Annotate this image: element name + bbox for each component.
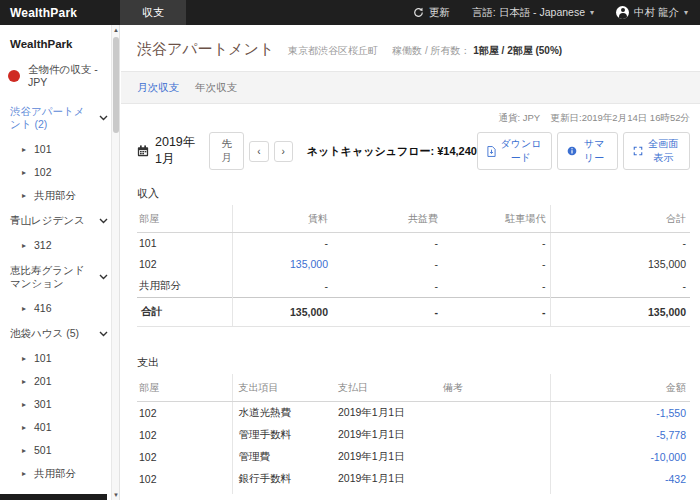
table-row: 102管理手数料2019年1月1日-5,778 — [137, 424, 690, 446]
sidebar-item-label: 201 — [34, 375, 52, 388]
expense-cell: 2019年1月1日 — [336, 490, 441, 495]
expense-cell — [441, 446, 550, 468]
table-row: 102水道光熱費2019年1月1日-1,550 — [137, 401, 690, 424]
column-header: 合計 — [550, 205, 690, 233]
table-row: 102修繕積立金2019年1月1日-3,000 — [137, 490, 690, 495]
next-arrow-button[interactable]: › — [274, 141, 293, 162]
main-panel: 渋谷アパートメント 東京都渋谷区桜丘町 稼働数 / 所有数： 1部屋 / 2部屋… — [121, 25, 700, 500]
income-cell: - — [332, 233, 442, 254]
expense-cell[interactable]: -3,000 — [550, 490, 690, 495]
property-address: 東京都渋谷区桜丘町 — [288, 44, 378, 58]
japan-flag-icon — [8, 70, 20, 82]
sidebar-portfolio-summary[interactable]: 全物件の収支 - USD — [0, 485, 112, 494]
income-cell[interactable]: 135,000 — [232, 254, 332, 275]
sidebar-room-item[interactable]: ▸301 — [0, 393, 112, 416]
tab-strip: 月次収支年次収支 — [121, 71, 700, 104]
sidebar-item-label: 池袋ハウス (5) — [10, 327, 79, 340]
table-row: 102管理費2019年1月1日-10,000 — [137, 446, 690, 468]
expense-cell: 2019年1月1日 — [336, 424, 441, 446]
column-header: 支出項目 — [232, 374, 336, 402]
currency-label: 通貨: JPY — [498, 112, 540, 123]
meta-line: 通貨: JPY 更新日:2019年2月14日 16時52分 — [137, 112, 690, 125]
language-selector[interactable]: 言語: 日本語 - Japanese ▾ — [472, 6, 594, 20]
sidebar-item-list: 全物件の収支 - JPY渋谷アパートメント (2)▸101▸102▸共用部分青山… — [0, 54, 112, 494]
sidebar-item-label: 青山レジデンス — [10, 214, 85, 227]
chevron-down-icon — [99, 274, 108, 280]
prev-month-button[interactable]: 先月 — [209, 132, 244, 170]
sidebar-room-item[interactable]: ▸共用部分 — [0, 462, 112, 485]
chevron-down-icon: ▾ — [590, 8, 594, 17]
triangle-right-icon: ▸ — [22, 467, 26, 480]
expense-cell: 修繕積立金 — [232, 490, 336, 495]
expense-cell[interactable]: -5,778 — [550, 424, 690, 446]
scroll-up-icon[interactable]: ▲ — [112, 25, 120, 35]
sidebar-room-item[interactable]: ▸201 — [0, 370, 112, 393]
user-menu[interactable]: 中村 龍介 ▾ — [616, 6, 688, 20]
sidebar-item-label: 416 — [34, 302, 52, 315]
sidebar-property-item[interactable]: 恵比寿グランドマンション — [0, 257, 112, 297]
triangle-right-icon: ▸ — [22, 444, 26, 457]
income-cell: - — [442, 275, 550, 298]
expense-cell: 水道光熱費 — [232, 401, 336, 424]
sidebar-item-label: 501 — [34, 444, 52, 457]
nav-tab-balance[interactable]: 収支 — [120, 0, 186, 25]
sidebar-property-item[interactable]: 池袋ハウス (5) — [0, 320, 112, 347]
sidebar-room-item[interactable]: ▸416 — [0, 297, 112, 320]
sidebar-item-label: 102 — [34, 166, 52, 179]
sidebar-logo: WealthPark — [0, 25, 112, 54]
tab-yearly[interactable]: 年次収支 — [195, 81, 237, 95]
sidebar-item-label: 101 — [34, 352, 52, 365]
sidebar-item-label: 全物件の収支 - JPY — [28, 63, 108, 89]
summary-button[interactable]: サマリー — [557, 132, 618, 170]
prev-arrow-button[interactable]: ‹ — [249, 141, 268, 162]
expense-cell[interactable]: -432 — [550, 468, 690, 490]
refresh-button[interactable]: 更新 — [413, 6, 450, 20]
sidebar-scrollbar[interactable]: ▲ ▼ — [111, 25, 119, 500]
expense-cell — [441, 401, 550, 424]
income-cell: - — [232, 275, 332, 298]
column-header: 賃料 — [232, 205, 332, 233]
sidebar-room-item[interactable]: ▸501 — [0, 439, 112, 462]
income-cell: 135,000 — [232, 297, 332, 326]
triangle-right-icon: ▸ — [22, 398, 26, 411]
sidebar-portfolio-summary[interactable]: 全物件の収支 - JPY — [0, 54, 112, 98]
income-cell: 102 — [137, 254, 232, 275]
download-button[interactable]: ダウンロード — [477, 132, 552, 170]
header-row: 部屋支出項目支払日備考金額 — [137, 374, 690, 402]
expense-cell: 102 — [137, 424, 232, 446]
income-cell: - — [442, 297, 550, 326]
sidebar-room-item[interactable]: ▸共用部分 — [0, 184, 112, 207]
refresh-icon — [413, 7, 424, 18]
sidebar-room-item[interactable]: ▸101 — [0, 138, 112, 161]
scroll-down-icon[interactable]: ▼ — [112, 490, 120, 500]
triangle-right-icon: ▸ — [22, 352, 26, 365]
sidebar-item-label: 共用部分 — [34, 189, 76, 202]
period-label: 2019年1月 — [155, 134, 199, 168]
column-header: 備考 — [441, 374, 550, 402]
sidebar-footer-bar — [0, 494, 107, 500]
expense-cell[interactable]: -1,550 — [550, 401, 690, 424]
income-cell: - — [550, 233, 690, 254]
scrollbar-thumb[interactable] — [113, 37, 119, 133]
expense-cell — [441, 490, 550, 495]
tab-monthly[interactable]: 月次収支 — [137, 81, 179, 95]
triangle-right-icon: ▸ — [22, 302, 26, 315]
sidebar-room-item[interactable]: ▸401 — [0, 416, 112, 439]
triangle-right-icon: ▸ — [22, 189, 26, 202]
sidebar-room-item[interactable]: ▸312 — [0, 234, 112, 257]
sidebar-room-item[interactable]: ▸102 — [0, 161, 112, 184]
expense-cell: 2019年1月1日 — [336, 401, 441, 424]
expense-cell: 102 — [137, 490, 232, 495]
sidebar-property-item[interactable]: 渋谷アパートメント (2) — [0, 98, 112, 138]
column-header: 駐車場代 — [442, 205, 550, 233]
fullscreen-button[interactable]: 全画面表示 — [623, 132, 690, 170]
table-row: 共用部分---- — [137, 275, 690, 298]
expense-cell[interactable]: -10,000 — [550, 446, 690, 468]
column-header: 部屋 — [137, 205, 232, 233]
sidebar-item-label: 401 — [34, 421, 52, 434]
expense-cell: 銀行手数料 — [232, 468, 336, 490]
income-cell: - — [550, 275, 690, 298]
chevron-down-icon — [99, 218, 108, 224]
sidebar-property-item[interactable]: 青山レジデンス — [0, 207, 112, 234]
sidebar-room-item[interactable]: ▸101 — [0, 347, 112, 370]
